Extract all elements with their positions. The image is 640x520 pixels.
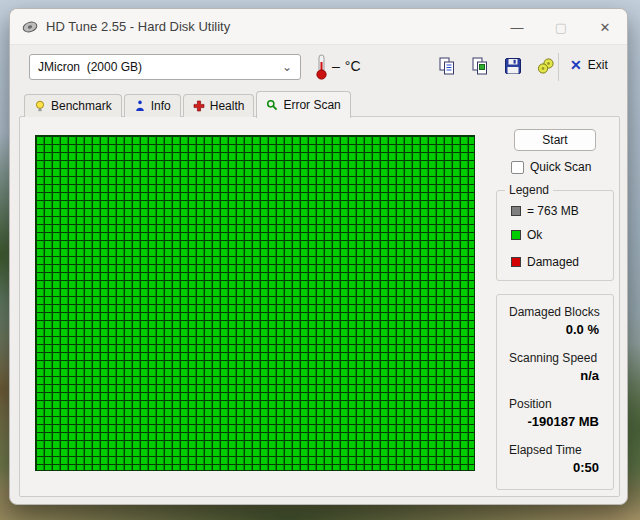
- window-title: HD Tune 2.55 - Hard Disk Utility: [46, 19, 230, 34]
- legend-groupbox: Legend = 763 MB Ok Damaged: [496, 190, 614, 281]
- magnifier-icon: [266, 99, 278, 111]
- tabstrip: Benchmark Info Health Error Scan: [24, 90, 351, 117]
- toolbar-separator: [558, 53, 559, 81]
- stat-value: n/a: [509, 366, 601, 385]
- tab-label: Health: [210, 99, 245, 113]
- quick-scan-checkbox[interactable]: [511, 161, 524, 174]
- drive-select-dropdown[interactable]: JMicron (2000 GB) ⌄: [29, 54, 301, 80]
- stat-value: 0.0 %: [509, 320, 601, 339]
- error-scan-panel: Start Quick Scan Legend = 763 MB Ok Dama…: [19, 116, 620, 497]
- bulb-icon: [34, 100, 46, 112]
- maximize-button: ▢: [539, 9, 583, 45]
- tab-error-scan[interactable]: Error Scan: [256, 91, 350, 118]
- exit-label: Exit: [588, 58, 608, 72]
- stat-elapsed-time: Elapsed Time 0:50: [509, 442, 601, 477]
- temperature-value: –: [332, 58, 340, 74]
- scan-grid: [35, 135, 475, 471]
- tab-benchmark[interactable]: Benchmark: [24, 94, 122, 117]
- damaged-swatch: [511, 257, 521, 267]
- exit-button[interactable]: ✕ Exit: [570, 57, 608, 73]
- ok-label: Ok: [527, 228, 542, 242]
- stat-label: Scanning Speed: [509, 350, 601, 366]
- titlebar: HD Tune 2.55 - Hard Disk Utility — ▢ ✕: [10, 9, 627, 45]
- tab-label: Info: [151, 99, 171, 113]
- tab-label: Benchmark: [51, 99, 112, 113]
- thermometer-icon: [315, 54, 328, 80]
- app-icon: [22, 19, 38, 35]
- save-icon[interactable]: [502, 55, 524, 77]
- temperature-readout: – °C: [332, 58, 361, 74]
- legend-title: Legend: [505, 183, 553, 197]
- stats-groupbox: Damaged Blocks 0.0 % Scanning Speed n/a …: [496, 294, 614, 490]
- minimize-button[interactable]: —: [495, 9, 539, 45]
- quick-scan-row[interactable]: Quick Scan: [511, 160, 591, 174]
- drive-select-value: JMicron (2000 GB): [38, 60, 282, 74]
- stat-scanning-speed: Scanning Speed n/a: [509, 350, 601, 385]
- damaged-label: Damaged: [527, 255, 579, 269]
- block-size-swatch: [511, 206, 521, 216]
- acoustic-management-icon[interactable]: [535, 55, 557, 77]
- temperature-unit: °C: [345, 58, 361, 74]
- legend-ok: Ok: [511, 228, 613, 242]
- stat-value: -190187 MB: [509, 412, 601, 431]
- legend-block-size: = 763 MB: [511, 204, 613, 218]
- tab-info[interactable]: Info: [124, 94, 181, 117]
- tab-health[interactable]: Health: [183, 94, 255, 117]
- block-size-label: = 763 MB: [527, 204, 579, 218]
- stat-damaged-blocks: Damaged Blocks 0.0 %: [509, 304, 601, 339]
- stat-label: Position: [509, 396, 601, 412]
- info-icon: [134, 100, 146, 112]
- stat-value: 0:50: [509, 458, 601, 477]
- close-button[interactable]: ✕: [583, 9, 627, 45]
- copy-text-icon[interactable]: [436, 55, 458, 77]
- stat-label: Damaged Blocks: [509, 304, 601, 320]
- hdtune-window: HD Tune 2.55 - Hard Disk Utility — ▢ ✕ J…: [9, 8, 628, 505]
- chevron-down-icon: ⌄: [282, 62, 292, 72]
- legend-damaged: Damaged: [511, 255, 613, 269]
- tab-label: Error Scan: [283, 98, 340, 112]
- copy-screenshot-icon[interactable]: [469, 55, 491, 77]
- start-button[interactable]: Start: [514, 129, 596, 151]
- ok-swatch: [511, 230, 521, 240]
- quick-scan-label: Quick Scan: [530, 160, 591, 174]
- stat-label: Elapsed Time: [509, 442, 601, 458]
- exit-x-icon: ✕: [570, 57, 582, 73]
- stat-position: Position -190187 MB: [509, 396, 601, 431]
- toolbar: JMicron (2000 GB) ⌄ – °C: [10, 45, 627, 89]
- health-cross-icon: [193, 100, 205, 112]
